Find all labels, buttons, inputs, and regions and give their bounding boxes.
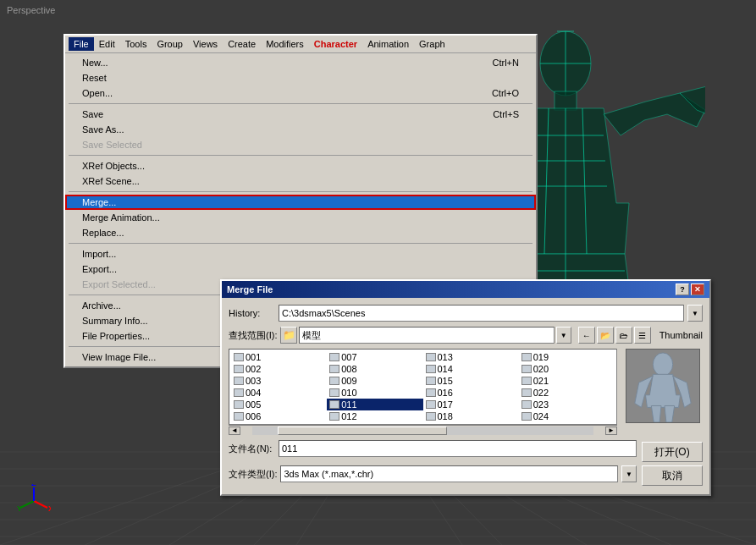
filename-input[interactable] — [279, 440, 637, 457]
file-icon — [521, 353, 532, 361]
file-item-021[interactable]: 021 — [519, 375, 615, 387]
menu-open[interactable]: Open... Ctrl+O — [65, 85, 536, 101]
scroll-track — [252, 427, 593, 435]
folder-icon[interactable]: 📂 — [597, 327, 614, 344]
file-item-019[interactable]: 019 — [519, 351, 615, 363]
file-icon — [329, 388, 339, 397]
menu-replace[interactable]: Replace... — [65, 225, 536, 240]
browse-dropdown-btn[interactable]: ▼ — [556, 327, 571, 344]
file-item-014[interactable]: 014 — [423, 363, 519, 375]
axes-indicator: X Y Z — [17, 484, 51, 520]
menu-edit[interactable]: Edit — [94, 37, 120, 51]
dialog-close-button[interactable]: ✕ — [691, 284, 704, 295]
thumbnail-panel — [622, 349, 703, 435]
file-icon — [426, 400, 436, 409]
filetype-input[interactable] — [280, 465, 618, 482]
horizontal-scrollbar[interactable]: ◄ ► — [229, 425, 617, 435]
file-item-002[interactable]: 002 — [231, 363, 327, 375]
file-item-013[interactable]: 013 — [423, 351, 519, 363]
file-icon — [329, 377, 339, 385]
file-item-010[interactable]: 010 — [327, 387, 422, 399]
thumbnail-box — [626, 349, 700, 423]
menu-save[interactable]: Save Ctrl+S — [65, 107, 536, 122]
menu-import[interactable]: Import... — [65, 246, 536, 261]
file-item-004[interactable]: 004 — [231, 387, 327, 399]
dialog-title: Merge File — [227, 284, 273, 295]
merge-file-dialog: Merge File ? ✕ History: ▼ 查找范围(I): 📁 ▼ ←… — [220, 279, 711, 496]
file-item-006[interactable]: 006 — [231, 410, 327, 422]
file-item-024[interactable]: 024 — [519, 410, 615, 422]
menu-xref-objects[interactable]: XRef Objects... — [65, 158, 536, 173]
file-item-023[interactable]: 023 — [519, 399, 615, 410]
file-item-016[interactable]: 016 — [423, 387, 519, 399]
file-item-001[interactable]: 001 — [231, 351, 327, 363]
browse-input[interactable] — [299, 327, 554, 344]
folder-up-icon[interactable]: 📁 — [280, 327, 297, 344]
history-row: History: ▼ — [229, 305, 703, 322]
file-icon — [426, 377, 436, 385]
file-item-007[interactable]: 007 — [327, 351, 422, 363]
file-icon — [234, 353, 244, 361]
file-item-022[interactable]: 022 — [519, 387, 615, 399]
svg-line-40 — [34, 501, 47, 508]
file-item-017[interactable]: 017 — [423, 399, 519, 410]
file-icon — [521, 400, 532, 409]
history-dropdown-btn[interactable]: ▼ — [687, 305, 703, 322]
menu-export[interactable]: Export... — [65, 261, 536, 277]
menu-views[interactable]: Views — [188, 37, 223, 51]
dialog-help-button[interactable]: ? — [676, 284, 689, 295]
svg-rect-4 — [555, 91, 577, 110]
file-icon — [234, 377, 244, 385]
scroll-left-btn[interactable]: ◄ — [229, 427, 240, 435]
filetype-label: 文件类型(I): — [229, 468, 277, 481]
file-item-008[interactable]: 008 — [327, 363, 422, 375]
menu-group[interactable]: Group — [152, 37, 188, 51]
menu-graph[interactable]: Graph — [414, 37, 450, 51]
toolbar-icons: ← 📂 🗁 ☰ — [578, 327, 651, 344]
file-item-005[interactable]: 005 — [231, 399, 327, 410]
dialog-titlebar: Merge File ? ✕ — [222, 281, 709, 298]
dialog-footer-left: 文件名(N): 文件类型(I): ▼ — [229, 440, 637, 487]
svg-point-39 — [653, 353, 672, 376]
file-icon — [234, 388, 244, 397]
menu-file[interactable]: File — [69, 37, 94, 51]
dialog-controls: ? ✕ — [676, 284, 704, 295]
menu-merge-animation[interactable]: Merge Animation... — [65, 210, 536, 225]
menu-reset[interactable]: Reset — [65, 70, 536, 85]
viewport-label: Perspective — [7, 5, 55, 15]
file-item-020[interactable]: 020 — [519, 363, 615, 375]
scroll-right-btn[interactable]: ► — [605, 427, 617, 435]
file-item-011[interactable]: 011 — [327, 399, 422, 410]
browse-label: 查找范围(I): — [229, 329, 277, 342]
filetype-dropdown-btn[interactable]: ▼ — [621, 465, 637, 482]
menu-new[interactable]: New... Ctrl+N — [65, 55, 536, 70]
filename-row: 文件名(N): — [229, 440, 637, 457]
menu-animation[interactable]: Animation — [362, 37, 414, 51]
menu-save-as[interactable]: Save As... — [65, 122, 536, 137]
file-item-015[interactable]: 015 — [423, 375, 519, 387]
file-item-003[interactable]: 003 — [231, 375, 327, 387]
file-item-012[interactable]: 012 — [327, 410, 422, 422]
cancel-button[interactable]: 取消 — [642, 465, 703, 486]
back-icon[interactable]: ← — [578, 327, 595, 344]
svg-line-42 — [20, 501, 34, 508]
new-folder-icon[interactable]: 🗁 — [615, 327, 632, 344]
menu-create[interactable]: Create — [223, 37, 261, 51]
file-icon — [234, 400, 244, 409]
file-icon — [426, 365, 436, 373]
menubar-row: File Edit Tools Group Views Create Modif… — [65, 36, 536, 53]
scroll-thumb[interactable] — [278, 427, 447, 435]
menu-save-selected: Save Selected — [65, 137, 536, 152]
file-icon — [521, 412, 532, 421]
view-icon[interactable]: ☰ — [634, 327, 651, 344]
open-button[interactable]: 打开(O) — [642, 442, 703, 462]
menu-merge[interactable]: Merge... — [65, 195, 536, 210]
history-input[interactable] — [279, 305, 684, 322]
menu-xref-scene[interactable]: XRef Scene... — [65, 173, 536, 189]
file-item-018[interactable]: 018 — [423, 410, 519, 422]
svg-text:X: X — [48, 504, 51, 513]
menu-tools[interactable]: Tools — [120, 37, 152, 51]
file-item-009[interactable]: 009 — [327, 375, 422, 387]
menu-character[interactable]: Character — [309, 37, 362, 51]
menu-modifiers[interactable]: Modifiers — [261, 37, 309, 51]
